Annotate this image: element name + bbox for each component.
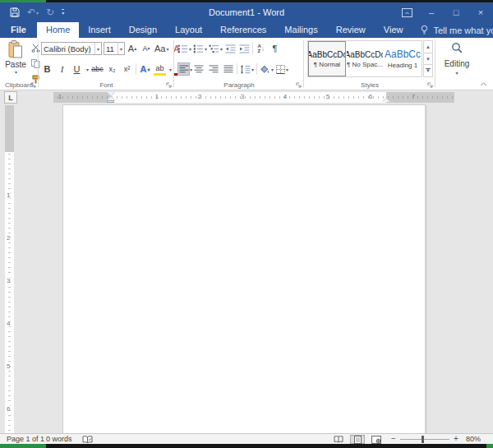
font-dialog-launcher[interactable] — [166, 82, 172, 88]
style-heading1[interactable]: AaBbCc Heading 1 — [384, 41, 422, 76]
ruler-number: 3 — [241, 93, 244, 100]
clipboard-group: Paste ▾ Clipboard — [0, 38, 38, 90]
change-case-caret-icon: ▾ — [166, 46, 168, 52]
hanging-indent-marker[interactable] — [107, 96, 115, 100]
styles-dialog-launcher[interactable] — [427, 82, 433, 88]
tab-file[interactable]: File — [0, 22, 37, 38]
page-indicator[interactable]: Page 1 of 1 — [7, 434, 44, 444]
right-indent-marker[interactable] — [382, 98, 390, 102]
numbering-icon — [193, 44, 204, 53]
document-page[interactable] — [62, 104, 426, 433]
editing-button[interactable]: Editing ▾ — [436, 42, 477, 76]
paste-button[interactable]: Paste ▾ — [2, 40, 29, 85]
justify-button[interactable] — [222, 62, 234, 76]
tab-review[interactable]: Review — [327, 22, 375, 38]
clipboard-dialog-launcher[interactable] — [30, 82, 36, 88]
close-button[interactable]: × — [468, 2, 493, 22]
horizontal-ruler[interactable]: 1 1 2 3 4 5 6 7 — [53, 92, 454, 103]
ruler-number: 5 — [326, 93, 329, 100]
word-count[interactable]: 0 words — [46, 434, 72, 444]
shrink-caret-icon: ▼ — [147, 46, 151, 51]
small-separator — [237, 63, 237, 75]
italic-button[interactable]: I — [56, 62, 68, 76]
shrink-font-button[interactable]: A▼ — [141, 42, 153, 55]
grow-caret-icon: ▲ — [133, 46, 137, 51]
underline-caret-icon[interactable]: ▾ — [86, 67, 89, 72]
ruler-number: 4 — [283, 93, 287, 100]
increase-indent-button[interactable] — [238, 42, 251, 55]
zoom-slider-track[interactable] — [400, 439, 449, 440]
tab-view[interactable]: View — [375, 22, 412, 38]
web-layout-button[interactable] — [369, 435, 384, 444]
tab-insert[interactable]: Insert — [79, 22, 120, 38]
zoom-level[interactable]: 80% — [466, 434, 481, 444]
highlight-color-button[interactable]: ab — [154, 62, 166, 76]
vertical-ruler[interactable]: 1 2 3 4 5 6 — [5, 105, 14, 433]
maximize-button[interactable]: □ — [444, 2, 468, 22]
vertical-ruler-ticks — [8, 105, 11, 433]
font-size-combo[interactable]: 11▾ — [104, 42, 125, 55]
borders-button[interactable]: ▾ — [276, 62, 288, 76]
sort-button[interactable]: AZ ↓ — [255, 42, 267, 55]
strikethrough-button[interactable]: abc — [91, 62, 104, 76]
line-spacing-button[interactable]: ▾ — [240, 62, 254, 76]
underline-glyph: U — [74, 64, 81, 74]
align-center-icon — [194, 65, 204, 73]
tab-stop-selector[interactable]: L — [4, 91, 17, 104]
collapse-ribbon-button[interactable] — [480, 82, 487, 86]
zoom-slider-thumb[interactable] — [422, 436, 424, 443]
tab-design[interactable]: Design — [120, 22, 166, 38]
bold-button[interactable]: B — [41, 62, 53, 76]
ribbon-display-options-button[interactable] — [394, 2, 419, 22]
highlight-caret-icon[interactable]: ▾ — [169, 67, 172, 72]
styles-scroll-down-button[interactable]: ▼ — [423, 53, 433, 66]
align-center-button[interactable] — [192, 62, 205, 76]
zoom-out-button[interactable]: − — [391, 434, 396, 444]
subscript-button[interactable]: x₂ — [106, 62, 118, 76]
dialog-launcher-icon — [30, 82, 36, 88]
style-no-spacing[interactable]: AaBbCcDc ¶ No Spac... — [346, 41, 384, 76]
web-layout-icon — [371, 436, 381, 444]
minimize-button[interactable]: – — [419, 2, 444, 22]
tab-home[interactable]: Home — [37, 22, 79, 38]
tab-references[interactable]: References — [211, 22, 275, 38]
decrease-indent-button[interactable] — [224, 42, 237, 55]
right-indent-triangle — [382, 98, 390, 102]
read-mode-button[interactable] — [331, 435, 346, 444]
bullets-button[interactable]: ▾ — [177, 42, 191, 55]
change-case-button[interactable]: Aa▾ — [154, 42, 168, 55]
desktop-edge-bottom — [0, 444, 493, 448]
multilevel-list-button[interactable]: ▾ — [209, 42, 223, 55]
underline-button[interactable]: U — [71, 62, 83, 76]
font-group: Calibri (Body)▾ 11▾ A▲ A▼ Aa▾ A B I U ▾ … — [39, 38, 173, 90]
numbering-button[interactable]: ▾ — [193, 42, 207, 55]
text-effects-button[interactable]: A▾ — [139, 62, 151, 76]
align-left-button[interactable] — [177, 62, 190, 76]
grow-font-button[interactable]: A▲ — [127, 42, 139, 55]
styles-scroll-up-button[interactable]: ▲ — [423, 40, 433, 53]
tab-layout[interactable]: Layout — [166, 22, 211, 38]
group-separator — [303, 40, 304, 87]
font-group-label: Font — [39, 81, 173, 89]
shading-button[interactable]: ▾ — [260, 62, 274, 76]
tab-mailings[interactable]: Mailings — [275, 22, 326, 38]
style-normal[interactable]: AaBbCcDc ¶ Normal — [308, 41, 346, 76]
style-preview: AaBbCcDc — [308, 50, 346, 59]
styles-more-button[interactable]: ▼ — [423, 65, 433, 77]
font-name-combo[interactable]: Calibri (Body)▾ — [41, 42, 102, 55]
paragraph-dialog-launcher[interactable] — [296, 82, 302, 88]
show-hide-pilcrow-button[interactable]: ¶ — [269, 42, 281, 55]
tell-me-box[interactable]: Tell me what you want to do — [412, 22, 493, 38]
window-controls: – □ × — [394, 2, 493, 22]
print-layout-button[interactable] — [350, 435, 365, 444]
zoom-in-button[interactable]: + — [454, 434, 458, 444]
read-mode-icon — [334, 436, 343, 443]
left-indent-box-marker[interactable] — [107, 100, 114, 103]
desktop-edge-green-left — [0, 444, 46, 448]
word-window: ↶▾ ↻ ▾ Document1 - Word – □ × File Home … — [0, 0, 493, 448]
justify-icon — [223, 65, 233, 73]
collapse-ribbon-chevron-icon — [480, 82, 487, 86]
align-right-button[interactable] — [207, 62, 219, 76]
superscript-button[interactable]: x² — [121, 62, 133, 76]
small-separator — [252, 43, 253, 54]
